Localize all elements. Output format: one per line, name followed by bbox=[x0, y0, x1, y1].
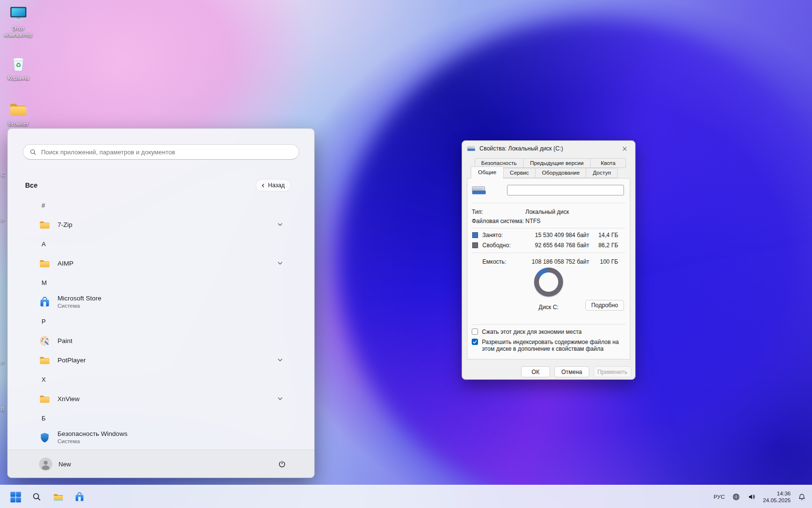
used-size: 14,4 ГБ bbox=[598, 232, 618, 239]
file-explorer-button[interactable] bbox=[48, 487, 68, 507]
volume-button[interactable] bbox=[745, 487, 758, 507]
app-section-letter[interactable]: M bbox=[25, 273, 291, 292]
microsoft-store-button[interactable] bbox=[70, 487, 89, 507]
app-section-letter[interactable]: Б bbox=[25, 408, 291, 428]
system-tray: РУС 14:36 24.05.2025 bbox=[711, 485, 808, 508]
desktop-icon-label: Этот компьютер bbox=[1, 26, 36, 38]
app-item-label: AIMP bbox=[58, 260, 73, 267]
search-icon bbox=[29, 149, 37, 156]
user-avatar-icon bbox=[39, 457, 53, 471]
app-item-potplayer[interactable]: PotPlayer bbox=[25, 350, 291, 370]
shield-icon bbox=[39, 432, 51, 444]
app-item-aimp[interactable]: AIMP bbox=[25, 254, 291, 273]
start-button[interactable] bbox=[6, 487, 25, 507]
tab-hardware[interactable]: Оборудование bbox=[535, 168, 586, 178]
chevron-down-icon[interactable] bbox=[277, 357, 283, 363]
recycle-bin-icon bbox=[8, 53, 29, 74]
notification-button[interactable] bbox=[796, 487, 808, 507]
desktop-icon-this-pc[interactable]: Этот компьютер bbox=[0, 4, 37, 38]
app-item-label: Безопасность Windows bbox=[58, 430, 128, 438]
checkbox-label: Сжать этот диск для экономии места bbox=[482, 329, 581, 335]
properties-dialog: Свойства: Локальный диск (C:) Безопаснос… bbox=[462, 140, 636, 380]
start-search-box[interactable] bbox=[23, 144, 299, 160]
all-apps-heading: Все bbox=[25, 181, 38, 189]
folder-icon bbox=[39, 354, 51, 366]
field-label: Тип: bbox=[472, 209, 483, 215]
app-section-letter[interactable]: P bbox=[25, 312, 291, 331]
app-section-letter[interactable]: A bbox=[25, 234, 291, 254]
this-pc-icon bbox=[8, 4, 29, 24]
tab-row-front: Общие Сервис Оборудование Доступ bbox=[471, 168, 617, 178]
user-profile-button[interactable]: New bbox=[39, 455, 71, 473]
desktop: Этот компьютер Корзина Browser C Р Р В В… bbox=[0, 0, 812, 508]
free-bytes: 92 655 648 768 байт bbox=[535, 242, 589, 249]
chevron-down-icon[interactable] bbox=[277, 222, 283, 228]
desktop-icon-label: Browser bbox=[8, 121, 29, 127]
start-search-input[interactable] bbox=[41, 149, 292, 156]
folder-icon bbox=[39, 393, 51, 405]
apply-button[interactable]: Применить bbox=[594, 366, 631, 377]
ok-button[interactable]: ОК bbox=[521, 366, 550, 377]
desktop-icon-browser-folder[interactable]: Browser bbox=[0, 99, 37, 127]
app-item-microsoft-store[interactable]: Microsoft Store Система bbox=[25, 292, 291, 312]
checkbox-checked bbox=[472, 339, 478, 345]
tray-date: 24.05.2025 bbox=[763, 497, 791, 504]
details-button[interactable]: Подробно bbox=[585, 300, 624, 311]
dialog-button-row: ОК Отмена Применить bbox=[521, 366, 631, 377]
cancel-button[interactable]: Отмена bbox=[554, 366, 589, 377]
search-icon bbox=[32, 492, 42, 502]
desktop-icon-label: Корзина bbox=[8, 75, 29, 81]
clock[interactable]: 14:36 24.05.2025 bbox=[761, 491, 793, 504]
checkbox-label: Разрешить индексировать содержимое файло… bbox=[482, 339, 626, 352]
tab-general[interactable]: Общие bbox=[471, 166, 504, 179]
back-button[interactable]: Назад bbox=[256, 179, 291, 192]
bell-icon bbox=[798, 493, 806, 501]
app-section-letter[interactable]: X bbox=[25, 370, 291, 389]
user-name: New bbox=[58, 461, 71, 468]
used-space-row: Занято: 15 530 409 984 байт 14,4 ГБ bbox=[472, 232, 630, 239]
taskbar: РУС 14:36 24.05.2025 bbox=[0, 485, 812, 508]
capacity-bytes: 108 186 058 752 байт bbox=[532, 258, 589, 265]
folder-icon bbox=[8, 99, 29, 120]
desktop-icon-label-fragment: Р bbox=[1, 218, 4, 224]
chevron-down-icon[interactable] bbox=[277, 396, 283, 402]
tab-tools[interactable]: Сервис bbox=[503, 168, 536, 178]
close-icon bbox=[622, 146, 627, 151]
start-menu: Все Назад # 7-Zip A AIMP M bbox=[7, 128, 315, 478]
paint-icon bbox=[39, 335, 51, 347]
app-item-windows-security[interactable]: Безопасность Windows Система bbox=[25, 428, 291, 447]
close-button[interactable] bbox=[616, 142, 633, 155]
chevron-left-icon bbox=[261, 183, 266, 188]
volume-label-input[interactable] bbox=[507, 185, 624, 195]
desktop-icon-label-fragment: C bbox=[1, 172, 5, 178]
general-tab-panel: Тип: Локальный диск Файловая система: NT… bbox=[467, 178, 630, 359]
usage-donut bbox=[534, 268, 563, 297]
language-indicator[interactable]: РУС bbox=[711, 487, 727, 507]
app-item-label: Paint bbox=[58, 337, 72, 344]
app-section-letter[interactable]: # bbox=[25, 195, 291, 215]
app-item-paint[interactable]: Paint bbox=[25, 331, 291, 350]
power-button[interactable] bbox=[273, 455, 291, 473]
separator bbox=[472, 253, 625, 253]
allow-indexing-checkbox[interactable]: Разрешить индексировать содержимое файло… bbox=[472, 339, 626, 352]
capacity-size: 100 ГБ bbox=[600, 258, 618, 265]
chevron-down-icon[interactable] bbox=[277, 260, 283, 267]
tab-quota[interactable]: Квота bbox=[590, 158, 626, 168]
taskbar-search-button[interactable] bbox=[27, 487, 46, 507]
separator bbox=[472, 228, 625, 228]
compress-drive-checkbox[interactable]: Сжать этот диск для экономии места bbox=[472, 329, 626, 335]
app-item-label: 7-Zip bbox=[58, 221, 72, 228]
all-apps-header: Все Назад bbox=[25, 179, 291, 192]
desktop-icon-label-fragment: Р bbox=[1, 360, 4, 366]
tab-previous-versions[interactable]: Предыдущие версии bbox=[523, 158, 591, 168]
network-button[interactable] bbox=[730, 487, 742, 507]
app-item-label: XnView bbox=[58, 395, 80, 403]
dialog-title: Свойства: Локальный диск (C:) bbox=[479, 145, 563, 152]
dialog-titlebar[interactable]: Свойства: Локальный диск (C:) bbox=[462, 141, 635, 156]
tab-access[interactable]: Доступ bbox=[586, 168, 617, 178]
drive-icon bbox=[467, 145, 476, 152]
free-space-row: Свободно: 92 655 648 768 байт 86,2 ГБ bbox=[472, 242, 630, 250]
desktop-icon-recycle-bin[interactable]: Корзина bbox=[0, 53, 37, 81]
app-item-7zip[interactable]: 7-Zip bbox=[25, 215, 291, 234]
app-item-xnview[interactable]: XnView bbox=[25, 389, 291, 408]
